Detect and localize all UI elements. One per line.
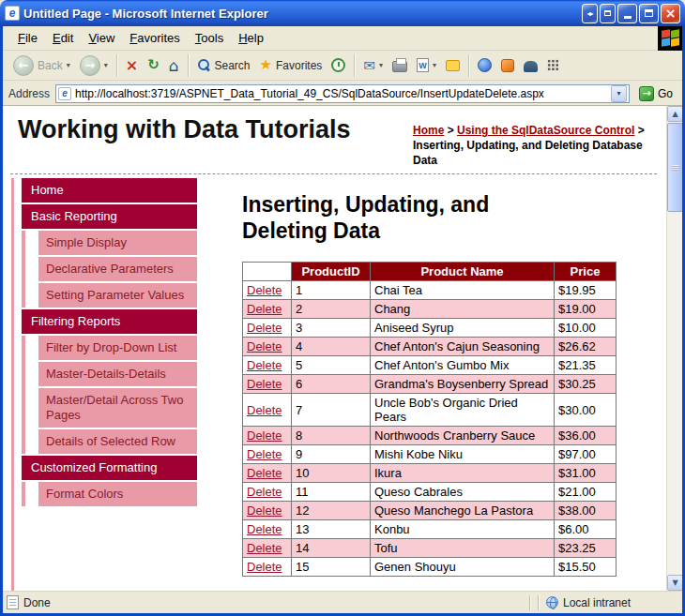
delete-link[interactable]: Delete xyxy=(247,283,282,297)
price-cell: $97.00 xyxy=(555,445,616,464)
back-button[interactable]: ← Back ▾ xyxy=(8,53,75,79)
go-label: Go xyxy=(658,87,673,100)
productid-cell: 7 xyxy=(292,394,371,427)
delete-link[interactable]: Delete xyxy=(247,485,282,499)
product-row: Delete8Northwoods Cranberry Sauce$36.00 xyxy=(243,427,616,445)
productname-cell: Ikura xyxy=(371,464,555,483)
menu-edit[interactable]: Edit xyxy=(45,28,81,48)
refresh-button[interactable]: ↻ xyxy=(143,55,164,75)
delete-cell: Delete xyxy=(243,445,292,464)
delete-link[interactable]: Delete xyxy=(247,358,282,372)
sidebar-item-master-detail-across-two-pages[interactable]: Master/Detail Across Two Pages xyxy=(38,388,197,428)
sidebar-item-declarative-parameters[interactable]: Declarative Parameters xyxy=(38,257,197,281)
productname-cell: Chef Anton's Cajun Seasoning xyxy=(371,338,555,356)
sidebar-section-basic-reporting[interactable]: Basic Reporting xyxy=(22,204,197,229)
minimize-button[interactable] xyxy=(617,4,637,23)
address-bar: Address e http://localhost:3719/ASPNET_D… xyxy=(3,82,682,106)
breadcrumb-link-using-the-sqldatasource-control[interactable]: Using the SqlDataSource Control xyxy=(457,124,634,137)
delete-link[interactable]: Delete xyxy=(247,541,282,555)
search-button[interactable]: Search xyxy=(192,55,255,75)
menu-favorites[interactable]: Favorites xyxy=(122,28,187,48)
menu-view[interactable]: View xyxy=(81,28,122,48)
grid-button[interactable] xyxy=(542,56,564,74)
mail-button[interactable]: ✉ ▾ xyxy=(358,56,388,75)
update-button[interactable] xyxy=(496,56,519,75)
sidebar-item-master-details-details[interactable]: Master-Details-Details xyxy=(38,362,197,386)
messenger-button[interactable] xyxy=(473,55,496,75)
history-button[interactable] xyxy=(327,55,350,75)
sidebar-item-format-colors[interactable]: Format Colors xyxy=(38,482,197,506)
productname-cell: Tofu xyxy=(371,539,555,558)
delete-cell: Delete xyxy=(243,539,292,558)
productname-cell: Genen Shouyu xyxy=(371,558,555,577)
discuss-icon xyxy=(446,60,460,71)
address-dropdown-button[interactable]: ▾ xyxy=(611,85,627,102)
price-cell: $38.00 xyxy=(555,502,616,520)
sidebar-item-filter-by-drop-down-list[interactable]: Filter by Drop-Down List xyxy=(38,336,197,360)
home-button[interactable]: ⌂ xyxy=(164,55,184,76)
vertical-scrollbar[interactable]: ▲ ▼ xyxy=(666,106,682,591)
standard-toolbar: ← Back ▾ → ▾ × ↻ ⌂ Search ★ Favorites ✉ … xyxy=(3,51,682,81)
go-button[interactable]: → Go xyxy=(635,84,677,103)
maximize-button[interactable] xyxy=(639,4,659,23)
delete-link[interactable]: Delete xyxy=(247,377,282,391)
menu-help[interactable]: Help xyxy=(231,28,271,48)
delete-link[interactable]: Delete xyxy=(247,403,282,417)
sidebar-item-details-of-selected-row[interactable]: Details of Selected Row xyxy=(38,429,197,454)
browser-viewport: Working with Data Tutorials Home > Using… xyxy=(3,106,682,591)
delete-link[interactable]: Delete xyxy=(247,447,282,461)
delete-cell: Delete xyxy=(243,558,292,577)
mail-dropdown-icon[interactable]: ▾ xyxy=(379,61,383,69)
delete-link[interactable]: Delete xyxy=(247,560,282,574)
window-title: Untitled Page - Microsoft Internet Explo… xyxy=(23,7,580,21)
back-icon: ← xyxy=(13,55,34,76)
scrollbar-thumb[interactable] xyxy=(667,123,683,212)
breadcrumb-link-home[interactable]: Home xyxy=(413,124,444,137)
delete-link[interactable]: Delete xyxy=(247,466,282,480)
back-dropdown-icon[interactable]: ▾ xyxy=(67,61,70,69)
delete-link[interactable]: Delete xyxy=(247,339,282,353)
window-extra-button[interactable] xyxy=(600,4,616,23)
sidebar-section-home[interactable]: Home xyxy=(22,178,197,203)
sidebar-subgroup: Simple DisplayDeclarative ParametersSett… xyxy=(22,231,197,308)
delete-link[interactable]: Delete xyxy=(247,302,282,316)
product-row: Delete1Chai Tea$19.95 xyxy=(243,281,616,300)
forward-button[interactable]: → ▾ xyxy=(75,53,113,79)
delete-cell: Delete xyxy=(243,281,292,300)
delete-cell: Delete xyxy=(243,464,292,483)
delete-link[interactable]: Delete xyxy=(247,503,282,518)
favorites-button[interactable]: ★ Favorites xyxy=(255,55,327,75)
delete-cell: Delete xyxy=(243,300,292,319)
print-button[interactable] xyxy=(388,55,412,75)
research-button[interactable] xyxy=(519,56,542,75)
sidebar-section-filtering-reports[interactable]: Filtering Reports xyxy=(22,309,197,334)
menu-tools[interactable]: Tools xyxy=(188,28,231,48)
search-icon xyxy=(197,58,211,72)
productid-cell: 10 xyxy=(292,464,371,483)
forward-dropdown-icon[interactable]: ▾ xyxy=(104,61,108,69)
price-cell: $6.00 xyxy=(555,520,616,539)
close-button[interactable]: × xyxy=(661,4,680,23)
sidebar-section-customized-formatting[interactable]: Customized Formatting xyxy=(22,456,197,480)
delete-cell: Delete xyxy=(243,520,292,539)
status-bar: Done Local intranet xyxy=(3,591,682,613)
scroll-up-button[interactable]: ▲ xyxy=(667,106,683,122)
title-bar[interactable]: e Untitled Page - Microsoft Internet Exp… xyxy=(0,0,685,26)
edit-button[interactable]: W ▾ xyxy=(412,55,441,75)
delete-link[interactable]: Delete xyxy=(247,428,282,443)
address-input[interactable]: e http://localhost:3719/ASPNET_Data_Tuto… xyxy=(55,84,630,103)
stop-button[interactable]: × xyxy=(121,55,143,76)
delete-link[interactable]: Delete xyxy=(247,321,282,335)
discuss-button[interactable] xyxy=(441,57,464,74)
menu-file[interactable]: File xyxy=(10,28,45,48)
toolbar-separator xyxy=(116,54,117,77)
productname-cell: Grandma's Boysenberry Spread xyxy=(371,375,555,394)
sidebar-item-simple-display[interactable]: Simple Display xyxy=(38,231,197,255)
sidebar-item-setting-parameter-values[interactable]: Setting Parameter Values xyxy=(38,283,197,308)
scroll-down-button[interactable]: ▼ xyxy=(667,575,683,591)
productname-cell: Chef Anton's Gumbo Mix xyxy=(371,356,555,375)
status-text: Done xyxy=(23,596,51,609)
delete-link[interactable]: Delete xyxy=(247,522,282,536)
edit-dropdown-icon[interactable]: ▾ xyxy=(433,61,436,69)
restore-pair-button[interactable]: ◂▸ xyxy=(582,4,598,23)
